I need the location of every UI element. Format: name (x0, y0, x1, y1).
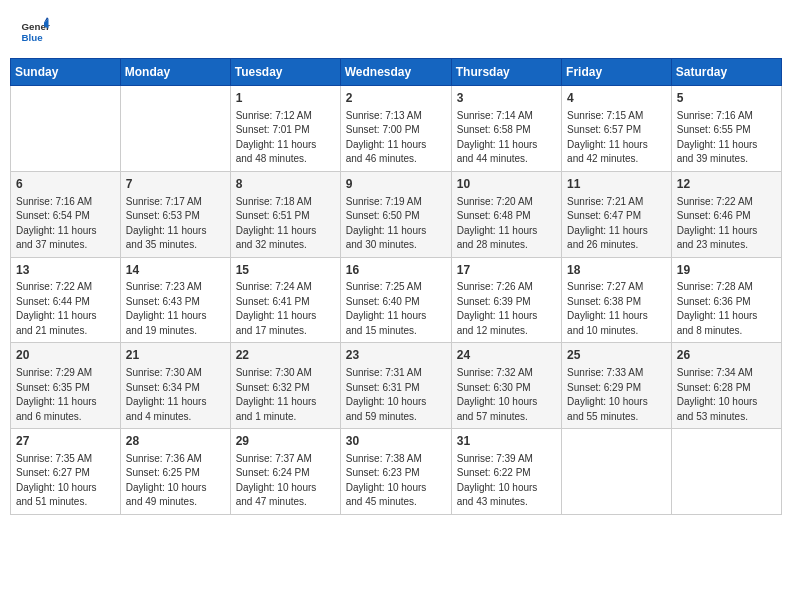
calendar-week-row: 13Sunrise: 7:22 AM Sunset: 6:44 PM Dayli… (11, 257, 782, 343)
day-number: 17 (457, 262, 556, 279)
day-info: Sunrise: 7:35 AM Sunset: 6:27 PM Dayligh… (16, 452, 115, 510)
day-info: Sunrise: 7:24 AM Sunset: 6:41 PM Dayligh… (236, 280, 335, 338)
day-info: Sunrise: 7:23 AM Sunset: 6:43 PM Dayligh… (126, 280, 225, 338)
day-number: 19 (677, 262, 776, 279)
calendar-cell: 10Sunrise: 7:20 AM Sunset: 6:48 PM Dayli… (451, 171, 561, 257)
day-number: 30 (346, 433, 446, 450)
calendar-cell (120, 86, 230, 172)
calendar-cell: 28Sunrise: 7:36 AM Sunset: 6:25 PM Dayli… (120, 429, 230, 515)
calendar-cell: 19Sunrise: 7:28 AM Sunset: 6:36 PM Dayli… (671, 257, 781, 343)
calendar-cell: 2Sunrise: 7:13 AM Sunset: 7:00 PM Daylig… (340, 86, 451, 172)
day-number: 26 (677, 347, 776, 364)
day-number: 22 (236, 347, 335, 364)
day-info: Sunrise: 7:29 AM Sunset: 6:35 PM Dayligh… (16, 366, 115, 424)
calendar-week-row: 27Sunrise: 7:35 AM Sunset: 6:27 PM Dayli… (11, 429, 782, 515)
calendar-cell: 31Sunrise: 7:39 AM Sunset: 6:22 PM Dayli… (451, 429, 561, 515)
day-info: Sunrise: 7:13 AM Sunset: 7:00 PM Dayligh… (346, 109, 446, 167)
day-number: 14 (126, 262, 225, 279)
day-info: Sunrise: 7:31 AM Sunset: 6:31 PM Dayligh… (346, 366, 446, 424)
calendar-cell: 26Sunrise: 7:34 AM Sunset: 6:28 PM Dayli… (671, 343, 781, 429)
calendar-week-row: 20Sunrise: 7:29 AM Sunset: 6:35 PM Dayli… (11, 343, 782, 429)
svg-text:Blue: Blue (22, 32, 44, 43)
day-info: Sunrise: 7:15 AM Sunset: 6:57 PM Dayligh… (567, 109, 666, 167)
day-number: 4 (567, 90, 666, 107)
header-friday: Friday (562, 59, 672, 86)
calendar-week-row: 1Sunrise: 7:12 AM Sunset: 7:01 PM Daylig… (11, 86, 782, 172)
day-info: Sunrise: 7:32 AM Sunset: 6:30 PM Dayligh… (457, 366, 556, 424)
day-info: Sunrise: 7:16 AM Sunset: 6:55 PM Dayligh… (677, 109, 776, 167)
calendar-cell: 8Sunrise: 7:18 AM Sunset: 6:51 PM Daylig… (230, 171, 340, 257)
logo: General Blue (20, 15, 54, 45)
calendar-cell: 22Sunrise: 7:30 AM Sunset: 6:32 PM Dayli… (230, 343, 340, 429)
calendar-cell: 1Sunrise: 7:12 AM Sunset: 7:01 PM Daylig… (230, 86, 340, 172)
day-info: Sunrise: 7:20 AM Sunset: 6:48 PM Dayligh… (457, 195, 556, 253)
day-number: 29 (236, 433, 335, 450)
calendar-cell: 11Sunrise: 7:21 AM Sunset: 6:47 PM Dayli… (562, 171, 672, 257)
day-number: 27 (16, 433, 115, 450)
calendar-cell: 24Sunrise: 7:32 AM Sunset: 6:30 PM Dayli… (451, 343, 561, 429)
day-info: Sunrise: 7:19 AM Sunset: 6:50 PM Dayligh… (346, 195, 446, 253)
calendar-cell: 20Sunrise: 7:29 AM Sunset: 6:35 PM Dayli… (11, 343, 121, 429)
day-number: 7 (126, 176, 225, 193)
day-number: 16 (346, 262, 446, 279)
day-number: 1 (236, 90, 335, 107)
calendar-cell: 15Sunrise: 7:24 AM Sunset: 6:41 PM Dayli… (230, 257, 340, 343)
day-number: 12 (677, 176, 776, 193)
day-info: Sunrise: 7:37 AM Sunset: 6:24 PM Dayligh… (236, 452, 335, 510)
calendar-cell: 9Sunrise: 7:19 AM Sunset: 6:50 PM Daylig… (340, 171, 451, 257)
calendar-cell: 27Sunrise: 7:35 AM Sunset: 6:27 PM Dayli… (11, 429, 121, 515)
day-info: Sunrise: 7:14 AM Sunset: 6:58 PM Dayligh… (457, 109, 556, 167)
day-info: Sunrise: 7:21 AM Sunset: 6:47 PM Dayligh… (567, 195, 666, 253)
day-number: 15 (236, 262, 335, 279)
day-number: 11 (567, 176, 666, 193)
header-saturday: Saturday (671, 59, 781, 86)
day-number: 28 (126, 433, 225, 450)
day-info: Sunrise: 7:34 AM Sunset: 6:28 PM Dayligh… (677, 366, 776, 424)
calendar-cell: 25Sunrise: 7:33 AM Sunset: 6:29 PM Dayli… (562, 343, 672, 429)
day-info: Sunrise: 7:26 AM Sunset: 6:39 PM Dayligh… (457, 280, 556, 338)
day-number: 5 (677, 90, 776, 107)
day-info: Sunrise: 7:30 AM Sunset: 6:32 PM Dayligh… (236, 366, 335, 424)
calendar-cell: 18Sunrise: 7:27 AM Sunset: 6:38 PM Dayli… (562, 257, 672, 343)
calendar-cell: 23Sunrise: 7:31 AM Sunset: 6:31 PM Dayli… (340, 343, 451, 429)
day-number: 20 (16, 347, 115, 364)
logo-icon: General Blue (20, 15, 50, 45)
calendar-cell: 16Sunrise: 7:25 AM Sunset: 6:40 PM Dayli… (340, 257, 451, 343)
calendar-cell (562, 429, 672, 515)
day-number: 8 (236, 176, 335, 193)
header-tuesday: Tuesday (230, 59, 340, 86)
calendar-cell: 12Sunrise: 7:22 AM Sunset: 6:46 PM Dayli… (671, 171, 781, 257)
day-info: Sunrise: 7:38 AM Sunset: 6:23 PM Dayligh… (346, 452, 446, 510)
calendar-cell (11, 86, 121, 172)
calendar-table: SundayMondayTuesdayWednesdayThursdayFrid… (10, 58, 782, 515)
day-info: Sunrise: 7:36 AM Sunset: 6:25 PM Dayligh… (126, 452, 225, 510)
day-number: 6 (16, 176, 115, 193)
calendar-cell: 14Sunrise: 7:23 AM Sunset: 6:43 PM Dayli… (120, 257, 230, 343)
day-number: 23 (346, 347, 446, 364)
calendar-cell: 7Sunrise: 7:17 AM Sunset: 6:53 PM Daylig… (120, 171, 230, 257)
header-wednesday: Wednesday (340, 59, 451, 86)
calendar-cell (671, 429, 781, 515)
header-thursday: Thursday (451, 59, 561, 86)
day-info: Sunrise: 7:18 AM Sunset: 6:51 PM Dayligh… (236, 195, 335, 253)
day-number: 13 (16, 262, 115, 279)
day-number: 9 (346, 176, 446, 193)
day-number: 10 (457, 176, 556, 193)
day-info: Sunrise: 7:16 AM Sunset: 6:54 PM Dayligh… (16, 195, 115, 253)
day-number: 2 (346, 90, 446, 107)
calendar-cell: 5Sunrise: 7:16 AM Sunset: 6:55 PM Daylig… (671, 86, 781, 172)
calendar-cell: 4Sunrise: 7:15 AM Sunset: 6:57 PM Daylig… (562, 86, 672, 172)
calendar-cell: 17Sunrise: 7:26 AM Sunset: 6:39 PM Dayli… (451, 257, 561, 343)
day-info: Sunrise: 7:39 AM Sunset: 6:22 PM Dayligh… (457, 452, 556, 510)
day-number: 25 (567, 347, 666, 364)
calendar-week-row: 6Sunrise: 7:16 AM Sunset: 6:54 PM Daylig… (11, 171, 782, 257)
page-header: General Blue (10, 10, 782, 50)
calendar-cell: 21Sunrise: 7:30 AM Sunset: 6:34 PM Dayli… (120, 343, 230, 429)
calendar-cell: 13Sunrise: 7:22 AM Sunset: 6:44 PM Dayli… (11, 257, 121, 343)
day-info: Sunrise: 7:28 AM Sunset: 6:36 PM Dayligh… (677, 280, 776, 338)
day-info: Sunrise: 7:12 AM Sunset: 7:01 PM Dayligh… (236, 109, 335, 167)
day-number: 18 (567, 262, 666, 279)
calendar-header-row: SundayMondayTuesdayWednesdayThursdayFrid… (11, 59, 782, 86)
day-info: Sunrise: 7:17 AM Sunset: 6:53 PM Dayligh… (126, 195, 225, 253)
day-info: Sunrise: 7:30 AM Sunset: 6:34 PM Dayligh… (126, 366, 225, 424)
